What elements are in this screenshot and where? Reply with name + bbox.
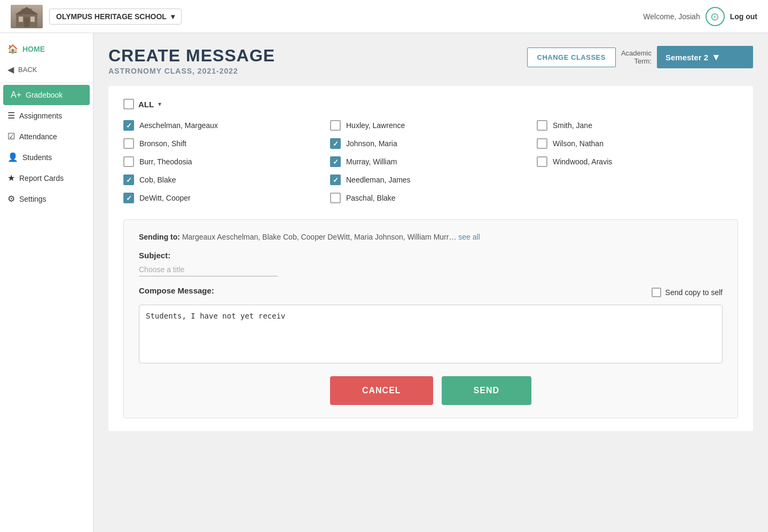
school-selector[interactable]: OLYMPUS HERITAGE SCHOOL ▾ [49,9,182,25]
student-row: Windwood, Aravis [537,156,738,167]
home-icon: 🏠 [7,44,18,54]
student-checkbox-murray[interactable] [330,156,341,167]
main-layout: 🏠 HOME ◀ BACK A+ Gradebook ☰ Assignments… [0,33,768,532]
sidebar-divider [0,82,93,83]
student-name-murray: Murray, William [346,157,397,166]
sidebar-settings-label: Settings [19,195,46,203]
sidebar-gradebook-label: Gradebook [26,91,62,99]
student-name-dewitt: DeWitt, Cooper [139,194,191,202]
send-button[interactable]: SEND [442,376,531,405]
attendance-icon: ☑ [7,131,15,141]
student-checkbox-aeschelman[interactable] [123,120,134,131]
sidebar-attendance-label: Attendance [19,132,57,141]
student-row: DeWitt, Cooper [123,193,325,203]
header-right: Welcome, Josiah ⊙ Log out [643,7,757,26]
student-name-paschal: Paschal, Blake [346,194,396,202]
cancel-button[interactable]: CANCEL [330,376,433,405]
sidebar-item-home[interactable]: 🏠 HOME [0,38,93,59]
sending-to-section: Sending to: Margeaux Aeschelman, Blake C… [139,233,723,241]
student-name-huxley: Huxley, Lawrence [346,121,405,130]
student-checkbox-cob[interactable] [123,174,134,185]
academic-term-label: AcademicTerm: [621,49,652,65]
sidebar-item-back[interactable]: ◀ BACK [0,59,93,80]
student-row: Murray, William [330,156,531,167]
report-cards-icon: ★ [7,173,15,183]
students-icon: 👤 [7,152,18,162]
student-checkbox-huxley[interactable] [330,120,341,131]
student-checkbox-wilson[interactable] [537,138,547,149]
all-checkbox[interactable] [123,99,134,109]
student-row: Wilson, Nathan [537,138,738,149]
academic-term-section: AcademicTerm: [621,49,652,65]
student-row: Smith, Jane [537,120,738,131]
student-row [537,174,738,185]
student-name-cob: Cob, Blake [139,176,176,184]
student-checkbox-needleman[interactable] [330,174,341,185]
content-area: CREATE MESSAGE ASTRONOMY CLASS, 2021-202… [93,33,768,532]
svg-rect-4 [24,18,29,27]
copy-self-label: Send copy to self [665,288,723,297]
settings-icon: ⚙ [7,194,15,204]
student-name-needleman: Needleman, James [346,176,411,184]
student-name-smith: Smith, Jane [553,121,592,130]
student-checkbox-windwood[interactable] [537,156,547,167]
subject-section: Subject: [139,251,723,276]
student-row: Huxley, Lawrence [330,120,531,131]
semester-selector[interactable]: Semester 2 ▾ [657,46,753,68]
all-chevron-icon: ▾ [158,100,161,108]
see-all-link[interactable]: see all [458,233,480,241]
gradebook-icon: A+ [11,90,21,100]
message-textarea[interactable]: Students, I have not yet receiv [139,305,723,363]
student-name-bronson: Bronson, Shift [139,139,186,148]
page-subtitle: ASTRONOMY CLASS, 2021-2022 [108,67,275,75]
form-actions: CANCEL SEND [139,376,723,405]
page-title: CREATE MESSAGE [108,46,275,66]
student-grid: Aeschelman, Margeaux Huxley, Lawrence Sm… [123,120,738,203]
user-avatar-icon: ⊙ [706,7,725,26]
sidebar-item-assignments[interactable]: ☰ Assignments [0,105,93,126]
sidebar-item-settings[interactable]: ⚙ Settings [0,188,93,209]
student-checkbox-smith[interactable] [537,120,547,131]
page-title-section: CREATE MESSAGE ASTRONOMY CLASS, 2021-202… [108,46,275,75]
school-logo [11,5,43,28]
back-icon: ◀ [7,65,14,75]
change-classes-button[interactable]: CHANGE CLASSES [527,47,616,67]
compose-row: Compose Message: Send copy to self [139,286,723,298]
student-checkbox-paschal[interactable] [330,193,341,203]
student-name-windwood: Windwood, Aravis [553,157,612,166]
sidebar-home-label: HOME [22,45,45,53]
header: OLYMPUS HERITAGE SCHOOL ▾ Welcome, Josia… [0,0,768,33]
compose-label: Compose Message: [139,286,214,295]
student-checkbox-johnson[interactable] [330,138,341,149]
logout-button[interactable]: Log out [730,12,757,21]
sidebar-item-students[interactable]: 👤 Students [0,147,93,168]
student-checkbox-burr[interactable] [123,156,134,167]
student-row: Aeschelman, Margeaux [123,120,325,131]
school-selector-chevron: ▾ [171,12,175,21]
sidebar-item-attendance[interactable]: ☑ Attendance [0,126,93,147]
copy-self-section: Send copy to self [652,288,723,297]
school-name: OLYMPUS HERITAGE SCHOOL [56,12,167,21]
sidebar-back-label: BACK [18,66,37,74]
student-row: Needleman, James [330,174,531,185]
copy-self-checkbox[interactable] [652,288,661,297]
student-name-johnson: Johnson, Maria [346,139,397,148]
header-actions: CHANGE CLASSES AcademicTerm: Semester 2 … [527,46,753,68]
student-row: Paschal, Blake [330,193,531,203]
student-row: Burr, Theodosia [123,156,325,167]
student-row [537,193,738,203]
student-checkbox-dewitt[interactable] [123,193,134,203]
student-checkbox-bronson[interactable] [123,138,134,149]
student-row: Johnson, Maria [330,138,531,149]
subject-label: Subject: [139,251,723,260]
student-name-burr: Burr, Theodosia [139,157,192,166]
assignments-icon: ☰ [7,110,15,121]
subject-input[interactable] [139,263,278,276]
sidebar-item-report-cards[interactable]: ★ Report Cards [0,168,93,188]
student-row: Bronson, Shift [123,138,325,149]
semester-chevron-icon: ▾ [714,51,718,63]
svg-marker-5 [15,7,38,14]
sidebar-report-cards-label: Report Cards [19,174,64,182]
welcome-text: Welcome, Josiah [643,12,700,21]
sidebar-item-gradebook[interactable]: A+ Gradebook [3,85,90,105]
